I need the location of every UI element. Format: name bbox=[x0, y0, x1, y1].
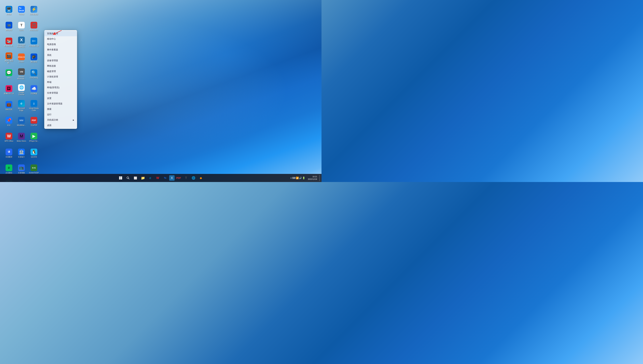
baidu-disk-label: 百度网盘 bbox=[30, 92, 37, 95]
desktop-icon-mobo[interactable]: M Mobo Xtrem bbox=[16, 130, 27, 145]
taskbar-wps[interactable]: W bbox=[154, 174, 161, 181]
diannao-icon: 🖥️ bbox=[6, 6, 12, 13]
qiancheng-label: 前程无忧 bbox=[6, 108, 12, 110]
context-menu-item-settings[interactable]: 设置 bbox=[44, 96, 77, 101]
taskbar: ⬜ 📁 e W To X PDF T 🌐 ◆ ∧ ⌨ 📶 � bbox=[0, 174, 322, 182]
desktop-icon-tencentvideo[interactable]: ▶ 5Player 5d... bbox=[28, 130, 40, 145]
desktop-icon-huxiang[interactable]: D✂ 幻想截图工具 bbox=[28, 35, 40, 50]
taskbar-fluent[interactable]: ◆ bbox=[198, 174, 204, 181]
context-menu-item-network-conn[interactable]: 网络连接 bbox=[44, 63, 77, 69]
youdao-icon: 📚 bbox=[6, 38, 12, 44]
taskbar-search[interactable] bbox=[125, 174, 132, 181]
mindwise-icon: MW bbox=[18, 117, 25, 124]
context-menu-item-system[interactable]: 系统 bbox=[44, 52, 77, 58]
desktop-icon-baidufanyi[interactable]: 译 百度翻译 bbox=[3, 146, 15, 161]
desktop-icon-tencent-class[interactable]: 🎓 腾讯课堂 bbox=[28, 50, 40, 66]
tencentvideo-label: 5Player 5d... bbox=[29, 140, 39, 142]
taskbar-datetime[interactable]: 10:21 2022/12/18 bbox=[306, 176, 318, 181]
vmware-label: VMware Workstati... bbox=[16, 76, 27, 80]
desktop-icon-xunlei[interactable]: ⚡ 迅雷极速版 bbox=[28, 3, 40, 18]
baidufanyi-label: 百度翻译 bbox=[6, 156, 12, 158]
screentogif-label: ScreenToGIF bbox=[29, 172, 39, 174]
desktop-icon-mindwise[interactable]: MW MindWise... bbox=[16, 114, 27, 129]
taskbar-battery-icon: 🔋 bbox=[302, 176, 305, 179]
taskbar-sound-icon[interactable]: 🔊 bbox=[299, 176, 302, 179]
tencent-meet-icon: 📹 bbox=[6, 22, 12, 28]
desktop-icon-imgprocess[interactable]: 🖼 图像处理工具 bbox=[3, 82, 15, 98]
context-menu-item-event-viewer[interactable]: 事件查看器 bbox=[44, 47, 77, 52]
huxiang-icon: D✂ bbox=[30, 38, 37, 44]
wanxingpdf-label: 万兴PDF bbox=[30, 124, 37, 126]
drawio-label: Drawio bbox=[19, 61, 24, 63]
context-menu-item-disk-mgmt[interactable]: 磁盘管理 bbox=[44, 69, 77, 74]
context-menu-item-search[interactable]: 搜索 bbox=[44, 106, 77, 112]
taskbar-edge[interactable]: e bbox=[147, 174, 154, 181]
mobo-icon: M bbox=[18, 133, 25, 140]
desktop-icon-wps[interactable]: W WPS Office bbox=[3, 130, 15, 145]
desktop-icon-baidu-disk[interactable]: ☁️ 百度网盘 bbox=[28, 82, 40, 98]
desktop-icon-netease-class[interactable]: 🎬 网易云课堂截... bbox=[3, 50, 15, 66]
desktop-icon-qiancheng[interactable]: 💼 前程无忧 bbox=[3, 98, 15, 113]
taskbar-typora[interactable]: T bbox=[183, 174, 190, 181]
svg-rect-5 bbox=[121, 178, 122, 180]
taskbar-xmanager[interactable]: X bbox=[169, 175, 174, 181]
qq-icon: 🐧 bbox=[30, 148, 37, 155]
context-menu-item-task-manager[interactable]: 任务管理器 bbox=[44, 90, 77, 96]
baidufanyi-icon: 译 bbox=[6, 148, 12, 155]
desktop-icon-netease-music[interactable]: 🎵 网易云音乐 bbox=[28, 19, 40, 34]
desktop: 🖥️ 此电脑 ToDesk ToDesk ⚡ 迅雷极速版 📹 腾讯会议 T Ty… bbox=[0, 0, 322, 182]
baiduyinhang-label: 百度银行 bbox=[18, 156, 25, 158]
context-menu-item-desktop[interactable]: 桌面 bbox=[44, 123, 77, 128]
desktop-icon-diannao[interactable]: 🖥️ 此电脑 bbox=[3, 3, 15, 18]
taskbar-file-explorer[interactable]: 📁 bbox=[140, 174, 146, 181]
svg-rect-3 bbox=[121, 176, 122, 178]
system-label: 系统 bbox=[47, 54, 52, 57]
context-menu-item-power-options[interactable]: 电源选项 bbox=[44, 42, 77, 47]
context-menu-item-device-manager[interactable]: 设备管理器 bbox=[44, 58, 77, 63]
desktop-icon-tencent-meet[interactable]: 📹 腾讯会议 bbox=[3, 19, 15, 34]
desktop-icon-xmanager[interactable]: X Xmanager PowerSui... bbox=[16, 35, 27, 50]
netease-music-label: 网易云音乐 bbox=[30, 29, 38, 31]
taskbar-todesk[interactable]: To bbox=[162, 174, 168, 181]
desktop-icon-google-chrome[interactable]: 🌐 Google Chrome bbox=[16, 82, 27, 98]
desktop-icon-typora[interactable]: T Typora bbox=[16, 19, 27, 34]
desktop-label: 桌面 bbox=[47, 124, 52, 127]
context-menu-item-terminal-admin[interactable]: 终端(管理员) bbox=[44, 85, 77, 90]
taskbar-task-view[interactable]: ⬜ bbox=[132, 174, 139, 181]
desktop-icon-wanxingpdf[interactable]: PDF 万兴PDF bbox=[28, 114, 40, 129]
desktop-icon-microsoft-edge[interactable]: e Microsoft Edge bbox=[16, 98, 27, 113]
taskbar-show-desktop[interactable] bbox=[319, 175, 320, 181]
xmanager-icon: X bbox=[18, 36, 25, 43]
context-menu-item-terminal[interactable]: 终端 bbox=[44, 80, 77, 85]
taskbar-chevron-up[interactable]: ∧ bbox=[290, 177, 292, 179]
event-viewer-label: 事件查看器 bbox=[47, 48, 58, 51]
desktop-icon-qq[interactable]: 🐧 QQ空间 bbox=[28, 146, 40, 161]
context-menu-item-run[interactable]: 运行 bbox=[44, 112, 77, 117]
start-button[interactable] bbox=[117, 174, 124, 181]
context-menu-item-file-explorer[interactable]: 文件资源管理器 bbox=[44, 101, 77, 106]
taskbar-chrome[interactable]: 🌐 bbox=[190, 174, 197, 181]
baidu-disk-icon: ☁️ bbox=[30, 85, 37, 92]
netease-class-label: 网易云课堂截... bbox=[4, 60, 14, 64]
taskbar-pdf[interactable]: PDF bbox=[175, 174, 182, 181]
everything-icon: 🔍 bbox=[30, 69, 37, 76]
desktop-icon-vscode[interactable]: {} Visual Studio Code bbox=[28, 98, 40, 113]
desktop-icon-wechat[interactable]: 💬 微信 bbox=[3, 66, 15, 82]
context-menu-item-computer-mgmt[interactable]: 计算机管理 bbox=[44, 74, 77, 80]
google-chrome-label: Google Chrome bbox=[16, 92, 27, 96]
desktop-icon-vmware[interactable]: VM VMware Workstati... bbox=[16, 66, 27, 82]
power-options-label: 电源选项 bbox=[47, 43, 56, 46]
screentogif-icon: S>G bbox=[30, 164, 37, 171]
desktop-icon-baiduyinhang[interactable]: 🏦 百度银行 bbox=[16, 146, 27, 161]
taskbar-network-icon[interactable]: 📶 bbox=[296, 176, 299, 179]
desktop-icon-everything[interactable]: 🔍 Everything bbox=[28, 66, 40, 82]
svg-line-7 bbox=[128, 178, 130, 179]
search-label: 搜索 bbox=[47, 108, 52, 111]
desktop-icon-youdao[interactable]: 📚 有道精品课... bbox=[3, 35, 15, 50]
context-menu-item-shutdown[interactable]: 关机或注销 ▶ bbox=[44, 117, 77, 123]
desktop-icons-grid: 🖥️ 此电脑 ToDesk ToDesk ⚡ 迅雷极速版 📹 腾讯会议 T Ty… bbox=[2, 2, 41, 182]
desktop-icon-todesk[interactable]: ToDesk ToDesk bbox=[16, 3, 27, 18]
desktop-icon-drawio[interactable]: draw.io Drawio bbox=[16, 50, 27, 66]
desktop-icon-dingding[interactable]: 📌 钉钉 bbox=[3, 114, 15, 129]
terminal-admin-label: 终端(管理员) bbox=[47, 86, 60, 89]
